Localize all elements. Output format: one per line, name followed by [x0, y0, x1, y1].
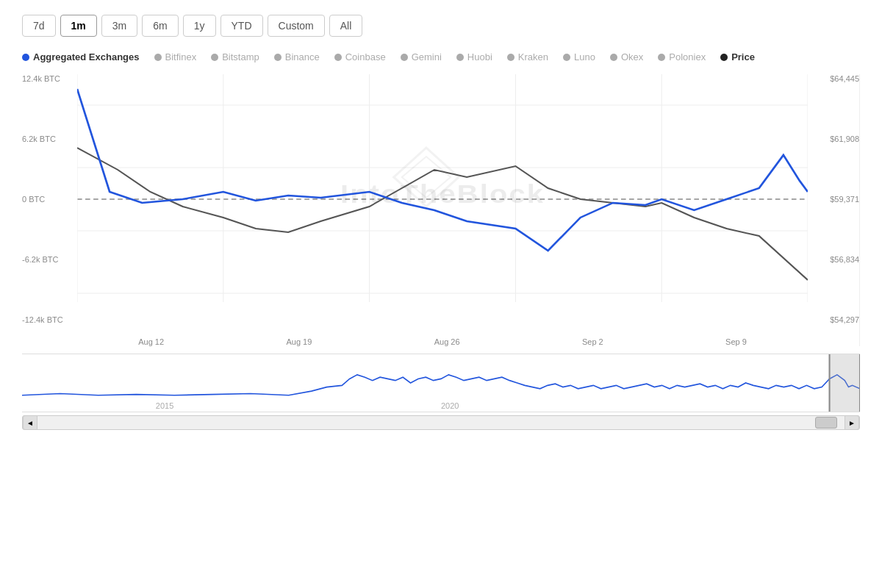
legend-item-huobi[interactable]: Huobi — [456, 51, 492, 62]
y-left-label: -6.2k BTC — [22, 255, 77, 264]
time-btn-custom[interactable]: Custom — [268, 15, 325, 37]
legend-label-kraken: Kraken — [518, 51, 548, 62]
legend-item-price[interactable]: Price — [720, 51, 755, 62]
x-axis-label: Aug 12 — [138, 337, 164, 346]
time-btn-all[interactable]: All — [329, 15, 363, 37]
main-chart-svg: IntoTheBlock — [77, 74, 808, 324]
scrollbar-thumb[interactable] — [815, 417, 837, 429]
legend-label-luno: Luno — [574, 51, 595, 62]
mini-x-label-2015: 2015 — [156, 401, 173, 410]
legend-label-coinbase: Coinbase — [345, 51, 386, 62]
legend-label-binance: Binance — [285, 51, 320, 62]
time-btn-3m[interactable]: 3m — [101, 15, 137, 37]
legend-item-binance[interactable]: Binance — [274, 51, 320, 62]
y-left-label: 12.4k BTC — [22, 74, 77, 83]
y-right-label: $61,908 — [830, 135, 859, 143]
legend-dot-luno — [563, 54, 570, 61]
legend-dot-okex — [610, 54, 617, 61]
time-btn-1y[interactable]: 1y — [183, 15, 216, 37]
legend-item-gemini[interactable]: Gemini — [401, 51, 442, 62]
y-right-label: $59,371 — [830, 195, 859, 204]
legend-label-bitstamp: Bitstamp — [222, 51, 259, 62]
page-container: 7d1m3m6m1yYTDCustomAll Aggregated Exchan… — [0, 0, 882, 588]
legend-label-price: Price — [731, 51, 755, 62]
legend-item-coinbase[interactable]: Coinbase — [334, 51, 386, 62]
x-axis-label: Aug 19 — [286, 337, 312, 346]
x-axis-label: Aug 26 — [434, 337, 460, 346]
legend-dot-gemini — [401, 54, 408, 61]
scroll-left-button[interactable]: ◄ — [23, 415, 37, 430]
legend-item-luno[interactable]: Luno — [563, 51, 595, 62]
scroll-right-button[interactable]: ► — [845, 415, 859, 430]
y-right-label: $56,834 — [830, 255, 859, 264]
x-axis-label: Sep 9 — [725, 337, 747, 346]
legend-dot-coinbase — [334, 54, 342, 61]
legend-label-okex: Okex — [621, 51, 643, 62]
legend-label-bitfinex: Bitfinex — [165, 51, 197, 62]
time-btn-7d[interactable]: 7d — [22, 15, 56, 37]
legend-dot-price — [720, 54, 728, 61]
y-left-label: 6.2k BTC — [22, 135, 77, 143]
x-axis: Aug 12Aug 19Aug 26Sep 2Sep 9 — [77, 334, 808, 346]
chart-svg-container: IntoTheBlock — [77, 74, 808, 324]
mini-chart-inner: 2015 2020 — [22, 354, 860, 412]
main-chart: 12.4k BTC6.2k BTC0 BTC-6.2k BTC-12.4k BT… — [22, 74, 860, 346]
y-right-label: $54,297 — [830, 315, 859, 324]
mini-chart: 2015 2020 — [22, 354, 860, 412]
legend-label-huobi: Huobi — [467, 51, 492, 62]
mini-x-label-2020: 2020 — [441, 401, 459, 410]
scrollbar[interactable]: ◄ ► — [22, 415, 860, 430]
time-btn-ytd[interactable]: YTD — [220, 15, 263, 37]
legend-dot-bitstamp — [211, 54, 218, 61]
legend-item-kraken[interactable]: Kraken — [507, 51, 548, 62]
legend-label-gemini: Gemini — [412, 51, 442, 62]
legend-item-okex[interactable]: Okex — [610, 51, 643, 62]
time-range-selector: 7d1m3m6m1yYTDCustomAll — [22, 15, 860, 37]
y-left-label: -12.4k BTC — [22, 315, 77, 324]
time-btn-1m[interactable]: 1m — [60, 15, 97, 37]
legend-dot-poloniex — [658, 54, 665, 61]
legend-label-poloniex: Poloniex — [669, 51, 706, 62]
y-axis-left: 12.4k BTC6.2k BTC0 BTC-6.2k BTC-12.4k BT… — [22, 74, 77, 324]
y-left-label: 0 BTC — [22, 195, 77, 204]
legend-dot-bitfinex — [154, 54, 162, 61]
legend-item-poloniex[interactable]: Poloniex — [658, 51, 706, 62]
legend-dot-aggregated — [22, 54, 29, 61]
legend-label-aggregated: Aggregated Exchanges — [33, 51, 140, 62]
y-right-label: $64,445 — [830, 74, 859, 83]
x-axis-label: Sep 2 — [582, 337, 603, 346]
legend-item-bitstamp[interactable]: Bitstamp — [211, 51, 259, 62]
legend-dot-huobi — [456, 54, 464, 61]
chart-legend: Aggregated ExchangesBitfinexBitstampBina… — [22, 51, 860, 62]
legend-dot-binance — [274, 54, 282, 61]
legend-dot-kraken — [507, 54, 514, 61]
y-axis-right: $64,445$61,908$59,371$56,834$54,297 — [808, 74, 859, 324]
legend-item-aggregated[interactable]: Aggregated Exchanges — [22, 51, 140, 62]
legend-item-bitfinex[interactable]: Bitfinex — [154, 51, 197, 62]
time-btn-6m[interactable]: 6m — [142, 15, 178, 37]
